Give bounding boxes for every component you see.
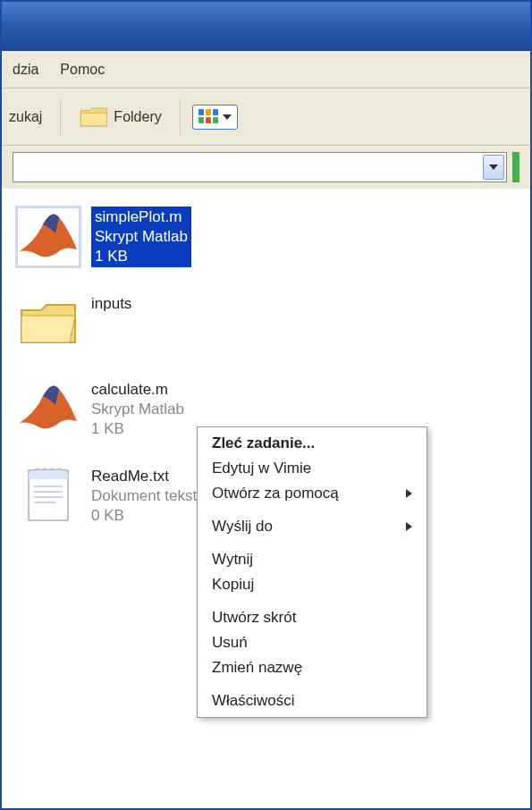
folders-button[interactable]: Foldery bbox=[72, 101, 168, 133]
context-menu-item-label: Usuń bbox=[212, 634, 248, 652]
svg-rect-3 bbox=[29, 470, 68, 479]
text-icon bbox=[16, 465, 80, 526]
file-name: inputs bbox=[91, 294, 131, 314]
file-text: inputs bbox=[91, 292, 131, 314]
explorer-window: dzia Pomoc zukaj Foldery bbox=[0, 0, 532, 810]
file-name: calculate.m bbox=[91, 380, 184, 400]
chevron-down-icon bbox=[223, 114, 232, 120]
toolbar-separator bbox=[60, 99, 62, 135]
file-name: simplePlot.m bbox=[95, 207, 188, 227]
file-item[interactable]: inputs bbox=[16, 292, 521, 353]
context-menu-item[interactable]: Otwórz za pomocą bbox=[199, 481, 425, 506]
context-menu-item-label: Właściwości bbox=[212, 692, 295, 710]
folder-icon bbox=[16, 292, 80, 353]
context-menu-item[interactable]: Zmień nazwę bbox=[199, 655, 425, 680]
context-menu-item[interactable]: Edytuj w Vimie bbox=[199, 456, 425, 481]
context-menu-item-label: Otwórz za pomocą bbox=[212, 485, 339, 502]
view-mode-button[interactable] bbox=[192, 105, 238, 130]
address-dropdown-button[interactable] bbox=[483, 155, 504, 180]
context-menu-item[interactable]: Utwórz skrót bbox=[199, 605, 425, 630]
go-button[interactable] bbox=[512, 152, 519, 182]
context-menu-item-label: Wyślij do bbox=[212, 518, 273, 536]
context-menu-item-label: Edytuj w Vimie bbox=[212, 460, 311, 477]
context-menu-separator bbox=[201, 543, 423, 544]
context-menu-item[interactable]: Właściwości bbox=[199, 688, 425, 713]
context-menu-separator bbox=[201, 510, 423, 510]
context-menu-item-label: Utwórz skrót bbox=[212, 609, 296, 627]
context-menu-item-label: Wytnij bbox=[212, 551, 253, 569]
views-icon bbox=[198, 109, 220, 125]
file-list[interactable]: simplePlot.mSkrypt Matlab1 KBinputscalcu… bbox=[2, 189, 530, 808]
context-menu-item[interactable]: Zleć zadanie... bbox=[199, 431, 425, 456]
context-menu-item[interactable]: Wyślij do bbox=[199, 514, 425, 539]
search-button[interactable]: zukaj bbox=[2, 105, 49, 129]
context-menu-item[interactable]: Kopiuj bbox=[199, 572, 425, 597]
file-type: Skrypt Matlab bbox=[95, 227, 188, 247]
search-label: zukaj bbox=[9, 109, 42, 125]
toolbar: zukaj Foldery bbox=[2, 89, 530, 146]
context-menu-separator bbox=[201, 601, 423, 602]
menu-item-dzia[interactable]: dzia bbox=[2, 58, 49, 81]
file-type: Skrypt Matlab bbox=[91, 400, 184, 419]
folders-label: Foldery bbox=[114, 109, 161, 125]
context-menu-item-label: Zleć zadanie... bbox=[212, 435, 315, 452]
file-size: 1 KB bbox=[91, 419, 184, 439]
titlebar[interactable] bbox=[2, 2, 530, 51]
addressbar-row bbox=[2, 146, 530, 189]
context-menu-item-label: Kopiuj bbox=[212, 576, 254, 594]
file-text: simplePlot.mSkrypt Matlab1 KB bbox=[91, 207, 191, 267]
menu-item-pomoc[interactable]: Pomoc bbox=[49, 58, 115, 81]
folder-icon bbox=[80, 105, 108, 130]
menubar: dzia Pomoc bbox=[2, 51, 530, 89]
context-menu-item[interactable]: Wytnij bbox=[199, 547, 425, 572]
file-size: 1 KB bbox=[95, 247, 188, 266]
context-menu-separator bbox=[201, 684, 423, 685]
file-item[interactable]: simplePlot.mSkrypt Matlab1 KB bbox=[16, 207, 521, 267]
matlab-icon bbox=[16, 378, 80, 439]
context-menu-item[interactable]: Usuń bbox=[199, 630, 425, 655]
matlab-icon bbox=[16, 207, 80, 267]
context-menu-item-label: Zmień nazwę bbox=[212, 659, 302, 677]
toolbar-separator-2 bbox=[180, 99, 182, 135]
file-text: calculate.mSkrypt Matlab1 KB bbox=[91, 378, 184, 439]
address-combo[interactable] bbox=[13, 152, 507, 182]
context-menu: Zleć zadanie...Edytuj w VimieOtwórz za p… bbox=[197, 426, 427, 718]
